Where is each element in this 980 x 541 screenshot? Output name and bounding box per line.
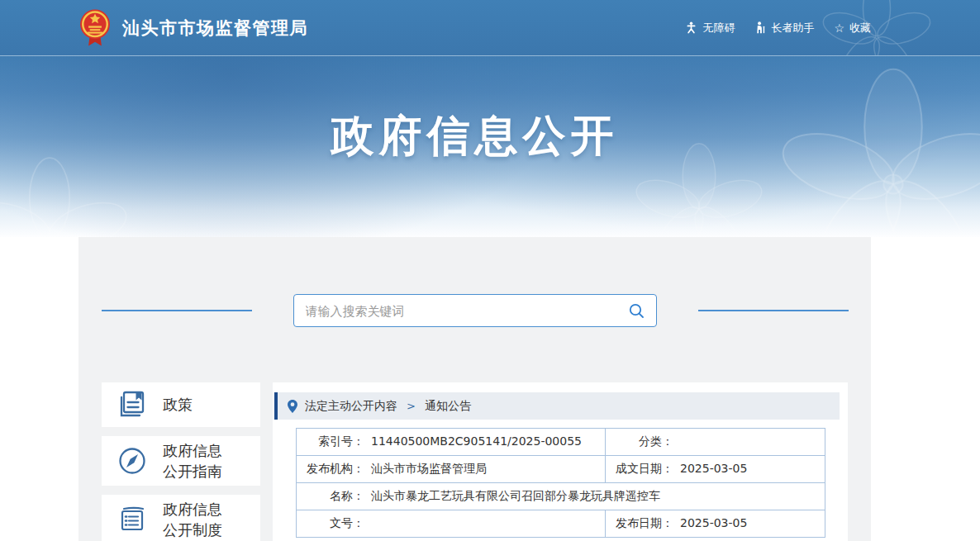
util-label: 无障碍 — [702, 21, 735, 36]
decor-line-right — [698, 310, 849, 311]
document-meta-table: 索引号：11440500MB2C905141/2025-00055 分类： 发布… — [296, 428, 825, 538]
search-box — [293, 294, 657, 327]
meta-label: 分类： — [606, 434, 673, 449]
hero-banner: 政府信息公开 — [0, 56, 980, 237]
site-header: 汕头市市场监督管理局 无障碍 — [0, 0, 980, 56]
page-title: 政府信息公开 — [78, 56, 871, 165]
site-brand[interactable]: 汕头市市场监督管理局 — [78, 8, 308, 47]
meta-value: 汕头市市场监督管理局 — [371, 462, 487, 475]
national-emblem-logo — [78, 8, 112, 47]
meta-value: 汕头市暴龙工艺玩具有限公司召回部分暴龙玩具牌遥控车 — [371, 489, 660, 502]
category-cell: 分类： — [606, 429, 825, 456]
search-row — [78, 237, 871, 327]
star-icon: ☆ — [834, 22, 844, 34]
sidebar-item-label: 政府信息公开指南 — [163, 440, 232, 482]
util-label: 长者助手 — [771, 21, 814, 36]
title-cell: 名称：汕头市暴龙工艺玩具有限公司召回部分暴龙玩具牌遥控车 — [297, 483, 825, 510]
elder-assist-link[interactable]: 长者助手 — [754, 21, 814, 36]
compass-icon — [116, 444, 149, 477]
meta-label: 文号： — [297, 516, 364, 531]
breadcrumb-item-current[interactable]: 通知公告 — [425, 399, 471, 414]
location-pin-icon — [288, 400, 297, 413]
index-number-cell: 索引号：11440500MB2C905141/2025-00055 — [297, 429, 606, 456]
sidebar-item-policy[interactable]: 政策 — [102, 382, 260, 427]
meta-row-index: 索引号：11440500MB2C905141/2025-00055 分类： — [297, 429, 825, 456]
meta-value: 11440500MB2C905141/2025-00055 — [371, 434, 582, 448]
page: 汕头市市场监督管理局 无障碍 — [0, 0, 980, 541]
meta-label: 索引号： — [297, 434, 364, 449]
sidebar-item-label: 政策 — [163, 394, 232, 415]
sidebar: 政策 政府信息公开指南 — [102, 382, 260, 541]
meta-value: 2025-03-05 — [680, 516, 747, 529]
search-input[interactable] — [306, 304, 628, 318]
rules-list-icon — [116, 503, 149, 536]
accessibility-link[interactable]: 无障碍 — [685, 21, 735, 36]
content-row: 政策 政府信息公开指南 — [78, 382, 871, 541]
favorite-link[interactable]: ☆ 收藏 — [834, 21, 871, 36]
meta-label: 成文日期： — [606, 462, 673, 477]
elder-assist-icon — [754, 21, 766, 34]
accessibility-icon — [685, 21, 697, 34]
issuing-agency-cell: 发布机构：汕头市市场监督管理局 — [297, 456, 606, 483]
util-label: 收藏 — [849, 21, 871, 36]
publish-date-cell: 发布日期：2025-03-05 — [606, 510, 825, 538]
site-title: 汕头市市场监督管理局 — [122, 17, 308, 40]
search-icon — [628, 302, 645, 319]
search-button[interactable] — [628, 302, 645, 319]
policy-book-icon — [116, 388, 149, 421]
header-utils: 无障碍 长者助手 ☆ 收藏 — [685, 21, 871, 36]
sidebar-item-label: 政府信息公开制度 — [163, 499, 232, 540]
meta-label: 发布机构： — [297, 462, 364, 477]
breadcrumb-separator: > — [405, 400, 417, 412]
meta-row-agency: 发布机构：汕头市市场监督管理局 成文日期：2025-03-05 — [297, 456, 825, 483]
sidebar-item-disclosure-rules[interactable]: 政府信息公开制度 — [102, 495, 260, 541]
sidebar-item-disclosure-guide[interactable]: 政府信息公开指南 — [102, 436, 260, 486]
breadcrumb-item-parent[interactable]: 法定主动公开内容 — [305, 399, 397, 414]
meta-label: 名称： — [297, 489, 364, 504]
meta-row-title: 名称：汕头市暴龙工艺玩具有限公司召回部分暴龙玩具牌遥控车 — [297, 483, 825, 510]
meta-row-docno: 文号： 发布日期：2025-03-05 — [297, 510, 825, 538]
written-date-cell: 成文日期：2025-03-05 — [606, 456, 825, 483]
main-panel: 法定主动公开内容 > 通知公告 索引号：11440500MB2C905141/2… — [273, 382, 848, 541]
meta-label: 发布日期： — [606, 516, 673, 531]
breadcrumb: 法定主动公开内容 > 通知公告 — [274, 392, 840, 420]
content-card: 政策 政府信息公开指南 — [78, 237, 871, 541]
doc-number-cell: 文号： — [297, 510, 606, 538]
meta-value: 2025-03-05 — [680, 462, 747, 475]
decor-line-left — [102, 310, 252, 311]
